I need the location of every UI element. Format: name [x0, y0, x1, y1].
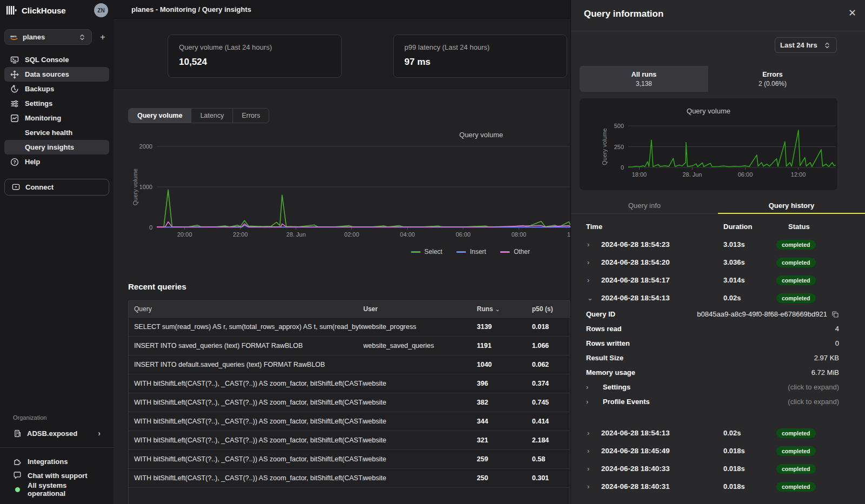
- footer-item-all-systems-operational[interactable]: All systems operational: [0, 482, 114, 496]
- tab-latency[interactable]: Latency: [191, 109, 232, 123]
- tab-query-history[interactable]: Query history: [718, 198, 865, 214]
- footer-item-integrations[interactable]: Integrations: [0, 454, 114, 468]
- sidebar-item-label: Backups: [25, 85, 54, 93]
- user-cell: website: [363, 399, 477, 406]
- legend-dash: [500, 251, 510, 253]
- sidebar-item-help[interactable]: ?Help: [4, 154, 109, 169]
- sidebar-item-label: Data sources: [25, 70, 69, 78]
- column-runs[interactable]: Runs⌄: [477, 305, 532, 313]
- expand-chevron-icon[interactable]: ›: [587, 429, 595, 437]
- connect-button[interactable]: Connect: [4, 179, 109, 196]
- sidebar-item-settings[interactable]: Settings: [4, 96, 109, 111]
- footer-item-chat-with-support[interactable]: Chat with support: [0, 468, 114, 482]
- sql-console-icon: [10, 56, 19, 64]
- add-service-button[interactable]: +: [96, 32, 109, 43]
- status-badge: completed: [776, 275, 816, 285]
- organization-icon: [13, 429, 22, 438]
- sidebar-item-label: Settings: [25, 99, 52, 107]
- history-row[interactable]: ›2024-06-28 18:54:173.014scompleted: [571, 271, 865, 289]
- service-selector[interactable]: aws planes: [4, 29, 92, 45]
- sidebar-divider: [0, 447, 114, 448]
- collapse-chevron-icon[interactable]: ⌄: [587, 294, 595, 302]
- detail-row-settings[interactable]: ›Settings(click to expand): [571, 380, 865, 394]
- time-range-selector[interactable]: Last 24 hrs: [775, 37, 837, 53]
- sidebar-item-label: SQL Console: [25, 56, 69, 64]
- svg-text:08:00: 08:00: [511, 231, 527, 238]
- tab-errors[interactable]: Errors: [232, 109, 269, 123]
- history-row[interactable]: ›2024-06-28 18:54:233.013scompleted: [571, 236, 865, 253]
- history-row[interactable]: ›2024-06-28 18:45:490.018scompleted: [571, 442, 865, 460]
- table-row[interactable]: [129, 487, 570, 504]
- history-columns: Time Duration Status: [571, 223, 865, 233]
- legend-item-select[interactable]: Select: [411, 248, 442, 256]
- expand-chevron-icon[interactable]: ›: [586, 398, 594, 406]
- sidebar-item-sql-console[interactable]: SQL Console: [4, 52, 109, 67]
- query-details: Query IDb0845aa9-a8c9-49f0-8f68-e678669b…: [571, 307, 865, 409]
- table-row[interactable]: INSERT INTO default.saved_queries (text)…: [129, 355, 570, 374]
- table-row[interactable]: WITH bitShiftLeft(CAST(?..), _CAST(?..))…: [129, 431, 570, 449]
- sidebar-spacer: [0, 196, 114, 414]
- table-row[interactable]: WITH bitShiftLeft(CAST(?..), _CAST(?..))…: [129, 449, 570, 468]
- sidebar-item-monitoring[interactable]: Monitoring: [4, 111, 109, 125]
- history-row[interactable]: ›2024-06-28 18:40:330.018scompleted: [571, 460, 865, 478]
- sidebar-item-service-health[interactable]: Service health: [4, 125, 109, 140]
- history-duration: 3.036s: [723, 258, 770, 266]
- detail-label: Rows written: [586, 339, 630, 347]
- clickhouse-cloud-app: { "colors":{"select":"#4fae32","insert":…: [0, 0, 865, 504]
- p50-cell: 0.301: [532, 474, 570, 482]
- history-row[interactable]: ⌄2024-06-28 18:54:130.02scompleted: [571, 289, 865, 307]
- backups-icon: [10, 85, 19, 93]
- expand-chevron-icon[interactable]: ›: [587, 465, 595, 473]
- sidebar-item-data-sources[interactable]: Data sources: [4, 67, 109, 82]
- table-row[interactable]: INSERT INTO saved_queries (text) FORMAT …: [129, 336, 570, 355]
- table-row[interactable]: WITH bitShiftLeft(CAST(?..), _CAST(?..))…: [129, 393, 570, 412]
- column-query[interactable]: Query: [129, 305, 363, 313]
- sidebar-item-label: Service health: [25, 129, 72, 137]
- avatar[interactable]: ZN: [94, 3, 108, 17]
- p50-cell: 2.184: [532, 436, 570, 444]
- expand-chevron-icon[interactable]: ›: [587, 482, 595, 490]
- column-user[interactable]: User: [363, 305, 477, 313]
- sort-desc-icon: ⌄: [495, 306, 500, 312]
- svg-text:20:00: 20:00: [177, 231, 192, 238]
- history-row[interactable]: ›2024-06-28 18:40:310.018scompleted: [571, 478, 865, 495]
- expand-chevron-icon[interactable]: ›: [587, 240, 595, 248]
- close-icon[interactable]: ✕: [848, 7, 856, 19]
- legend-dash: [456, 251, 466, 253]
- history-duration: 0.018s: [723, 465, 770, 473]
- recent-queries-title: Recent queries: [128, 282, 187, 291]
- history-row[interactable]: ›2024-06-28 18:54:130.02scompleted: [571, 424, 865, 442]
- legend-item-insert[interactable]: Insert: [456, 248, 486, 256]
- summary-all-runs[interactable]: All runs 3,138: [580, 66, 708, 92]
- query-cell: SELECT sum(read_rows) AS r, sum(total_ro…: [129, 323, 363, 331]
- recent-queries-table: Query User Runs⌄ p50 (s) SELECT sum(read…: [128, 300, 570, 504]
- copy-icon[interactable]: [831, 311, 839, 318]
- expand-chevron-icon[interactable]: ›: [586, 383, 594, 391]
- sidebar-item-backups[interactable]: Backups: [4, 82, 109, 96]
- tab-query-info[interactable]: Query info: [571, 198, 718, 213]
- expand-chevron-icon[interactable]: ›: [587, 258, 595, 266]
- organization-name: ADSB.exposed: [27, 429, 77, 438]
- table-row[interactable]: WITH bitShiftLeft(CAST(?..), _CAST(?..))…: [129, 374, 570, 393]
- history-time: 2024-06-28 18:54:20: [601, 258, 717, 266]
- history-row[interactable]: ›2024-06-28 18:54:203.036scompleted: [571, 253, 865, 271]
- tab-query-volume[interactable]: Query volume: [129, 109, 191, 123]
- table-row[interactable]: WITH bitShiftLeft(CAST(?..), _CAST(?..))…: [129, 412, 570, 431]
- detail-row-profile-events[interactable]: ›Profile Events(click to expand): [571, 394, 865, 409]
- history-time: 2024-06-28 18:54:23: [601, 240, 717, 248]
- table-row[interactable]: SELECT sum(read_rows) AS r, sum(total_ro…: [129, 317, 570, 336]
- column-p50[interactable]: p50 (s): [532, 305, 570, 313]
- stat-label: Query volume (Last 24 hours): [179, 43, 330, 51]
- expand-chevron-icon[interactable]: ›: [587, 447, 595, 455]
- table-row[interactable]: WITH bitShiftLeft(CAST(?..), _CAST(?..))…: [129, 468, 570, 487]
- query-volume-chart: 01000200020:0022:0028. Jun02:0004:0006:0…: [114, 130, 570, 243]
- legend-item-other[interactable]: Other: [500, 248, 530, 256]
- organization-switcher[interactable]: ADSB.exposed ›: [0, 426, 114, 441]
- svg-text:12:00: 12:00: [791, 171, 806, 178]
- history-duration: 0.02s: [723, 429, 770, 437]
- p50-cell: 1.066: [532, 342, 570, 350]
- expand-chevron-icon[interactable]: ›: [587, 276, 595, 284]
- p50-cell: 0.58: [532, 455, 570, 463]
- sidebar-item-query-insights[interactable]: Query insights: [4, 140, 109, 154]
- summary-errors[interactable]: Errors 2 (0.06%): [708, 66, 837, 92]
